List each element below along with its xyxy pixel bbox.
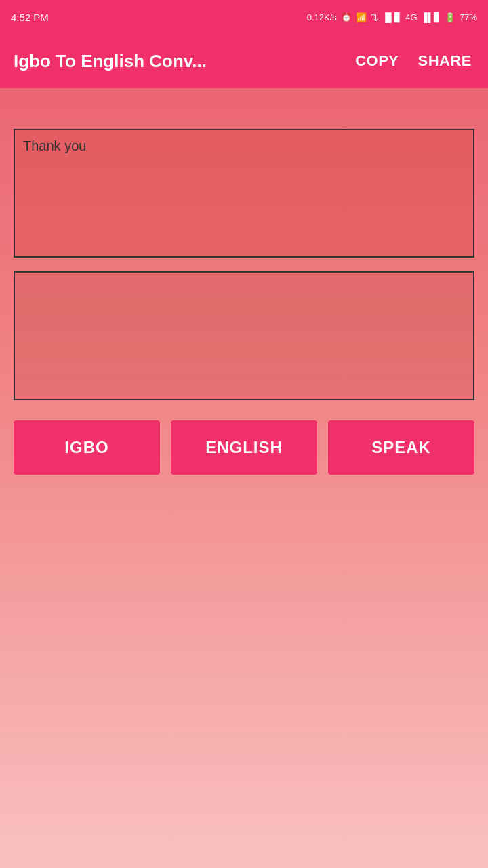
wifi-icon: 📶	[356, 12, 367, 22]
network-type: 4G	[405, 12, 417, 22]
status-bar: 4:52 PM 0.12K/s ⏰ 📶 ⇅ ▐▌▊ 4G ▐▌▊ 🔋 77%	[0, 0, 488, 34]
signal-bars2-icon: ▐▌▊	[422, 12, 441, 22]
time-display: 4:52 PM	[11, 12, 49, 23]
app-bar-actions: COPY SHARE	[352, 47, 474, 75]
status-time: 4:52 PM	[11, 12, 49, 23]
english-button[interactable]: ENGLISH	[171, 420, 317, 475]
copy-button[interactable]: COPY	[352, 47, 401, 75]
igbo-button[interactable]: IGBO	[14, 420, 160, 475]
network-speed: 0.12K/s	[307, 12, 337, 22]
input-textarea[interactable]: Thank you	[14, 129, 474, 258]
buttons-row: IGBO ENGLISH SPEAK	[14, 420, 474, 475]
app-title: Igbo To English Conv...	[14, 51, 352, 72]
main-content: Thank you IGBO ENGLISH SPEAK	[0, 88, 488, 488]
battery-percent: 77%	[460, 12, 477, 22]
speak-button[interactable]: SPEAK	[328, 420, 474, 475]
data-transfer-icon: ⇅	[371, 12, 378, 22]
output-area	[14, 271, 474, 400]
alarm-icon: ⏰	[341, 12, 352, 22]
battery-icon: 🔋	[445, 12, 455, 22]
share-button[interactable]: SHARE	[415, 47, 474, 75]
status-icons: 0.12K/s ⏰ 📶 ⇅ ▐▌▊ 4G ▐▌▊ 🔋 77%	[307, 12, 477, 22]
signal-bars-icon: ▐▌▊	[382, 12, 401, 22]
app-bar: Igbo To English Conv... COPY SHARE	[0, 34, 488, 88]
